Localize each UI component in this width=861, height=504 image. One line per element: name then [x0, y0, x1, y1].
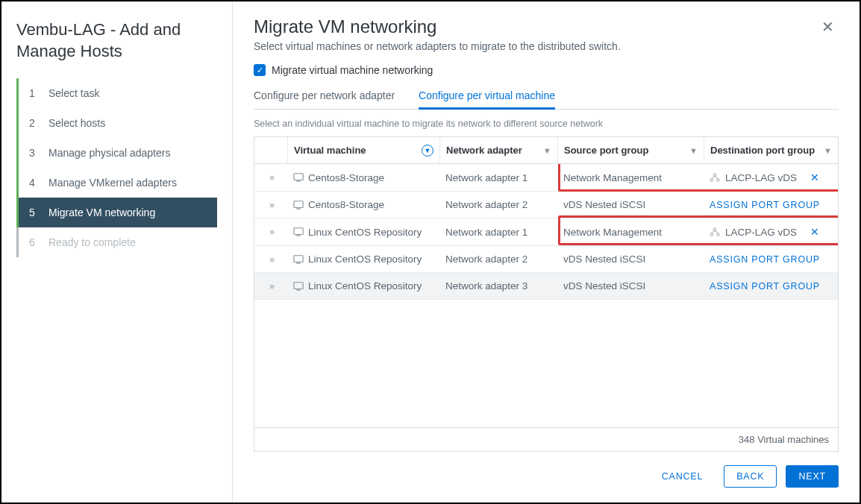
vm-table: Virtual machine ▼ Network adapter ▼ Sour… — [254, 136, 839, 452]
wizard-sidebar: Vembu-LAG - Add and Manage Hosts 1 Selec… — [1, 1, 233, 503]
assigned-port-group: LACP-LAG vDS — [710, 227, 797, 238]
table-header: Virtual machine ▼ Network adapter ▼ Sour… — [254, 137, 838, 164]
svg-rect-15 — [296, 289, 300, 290]
clear-icon[interactable]: ✕ — [810, 171, 819, 183]
step-manage-vmkernel-adapters[interactable]: 4 Manage VMkernel adapters — [19, 168, 217, 198]
svg-point-3 — [710, 179, 713, 182]
migrate-checkbox-row[interactable]: ✓ Migrate virtual machine networking — [254, 64, 839, 76]
expand-icon[interactable]: » — [269, 200, 272, 210]
main-panel: Migrate VM networking Select virtual mac… — [233, 1, 860, 503]
help-text: Select an individual virtual machine to … — [254, 119, 839, 129]
table-row[interactable]: » Linux CentOS Repository Network adapte… — [254, 218, 838, 246]
svg-point-2 — [713, 174, 716, 177]
table-row[interactable]: » Centos8-Storage Network adapter 2 vDS … — [254, 192, 838, 218]
portgroup-icon — [710, 227, 720, 237]
wizard-title: Vembu-LAG - Add and Manage Hosts — [16, 19, 217, 62]
expand-icon[interactable]: » — [269, 227, 272, 237]
assign-port-group-link[interactable]: ASSIGN PORT GROUP — [710, 200, 820, 210]
checkbox-checked-icon[interactable]: ✓ — [254, 64, 266, 76]
col-vm[interactable]: Virtual machine ▼ — [287, 137, 439, 163]
svg-point-4 — [717, 179, 720, 182]
vm-icon — [293, 200, 304, 210]
svg-rect-1 — [296, 180, 300, 181]
table-row[interactable]: » Linux CentOS Repository Network adapte… — [254, 246, 838, 273]
svg-point-9 — [713, 228, 716, 231]
config-tabs: Configure per network adapter Configure … — [254, 84, 839, 110]
vm-icon — [293, 172, 304, 183]
table-footer: 348 Virtual machines — [254, 427, 838, 451]
close-icon[interactable]: ✕ — [817, 16, 839, 37]
col-source-port-group[interactable]: Source port group ▼ — [557, 137, 704, 163]
clear-icon[interactable]: ✕ — [810, 226, 819, 238]
svg-point-11 — [717, 233, 720, 236]
vm-icon — [293, 254, 304, 265]
col-destination-port-group[interactable]: Destination port group ▼ — [704, 137, 838, 163]
table-body: » Centos8-Storage Network adapter 1 Netw… — [254, 164, 838, 427]
filter-icon[interactable]: ▼ — [824, 146, 832, 155]
svg-rect-5 — [294, 201, 303, 207]
cancel-button[interactable]: CANCEL — [650, 466, 716, 487]
vm-icon — [293, 227, 304, 237]
migrate-checkbox-label: Migrate virtual machine networking — [272, 64, 433, 76]
svg-rect-6 — [296, 208, 300, 209]
filter-icon[interactable]: ▼ — [543, 146, 551, 155]
table-row[interactable]: » Centos8-Storage Network adapter 1 Netw… — [254, 164, 838, 192]
expand-icon[interactable]: » — [269, 254, 272, 265]
filter-icon[interactable]: ▼ — [689, 146, 698, 155]
svg-rect-7 — [294, 228, 303, 235]
wizard-steps: 1 Select task 2 Select hosts 3 Manage ph… — [16, 78, 217, 257]
expand-icon[interactable]: » — [269, 172, 272, 183]
next-button[interactable]: NEXT — [786, 465, 839, 488]
page-title: Migrate VM networking — [254, 16, 621, 37]
assigned-port-group: LACP-LAG vDS — [710, 172, 797, 183]
filter-active-icon[interactable]: ▼ — [422, 145, 433, 157]
col-expand — [254, 137, 287, 163]
svg-rect-12 — [294, 255, 303, 262]
svg-rect-13 — [296, 262, 300, 263]
svg-rect-14 — [294, 282, 303, 289]
assign-port-group-link[interactable]: ASSIGN PORT GROUP — [710, 254, 820, 265]
portgroup-icon — [710, 172, 720, 183]
tab-per-adapter[interactable]: Configure per network adapter — [254, 84, 395, 109]
vm-icon — [293, 281, 304, 292]
assign-port-group-link[interactable]: ASSIGN PORT GROUP — [710, 281, 820, 292]
step-manage-physical-adapters[interactable]: 3 Manage physical adapters — [19, 138, 217, 168]
expand-icon[interactable]: » — [269, 281, 272, 292]
svg-rect-0 — [294, 174, 303, 180]
back-button[interactable]: BACK — [724, 465, 777, 488]
wizard-footer: CANCEL BACK NEXT — [254, 452, 839, 488]
step-ready-to-complete: 6 Ready to complete — [16, 227, 217, 257]
step-migrate-vm-networking[interactable]: 5 Migrate VM networking — [19, 198, 217, 227]
svg-rect-8 — [296, 235, 300, 236]
page-subtitle: Select virtual machines or network adapt… — [254, 40, 621, 52]
tab-per-vm[interactable]: Configure per virtual machine — [419, 84, 555, 110]
table-row[interactable]: » Linux CentOS Repository Network adapte… — [254, 273, 838, 300]
step-select-hosts[interactable]: 2 Select hosts — [19, 108, 217, 138]
step-select-task[interactable]: 1 Select task — [19, 78, 217, 108]
col-network-adapter[interactable]: Network adapter ▼ — [439, 137, 557, 163]
svg-point-10 — [710, 233, 713, 236]
